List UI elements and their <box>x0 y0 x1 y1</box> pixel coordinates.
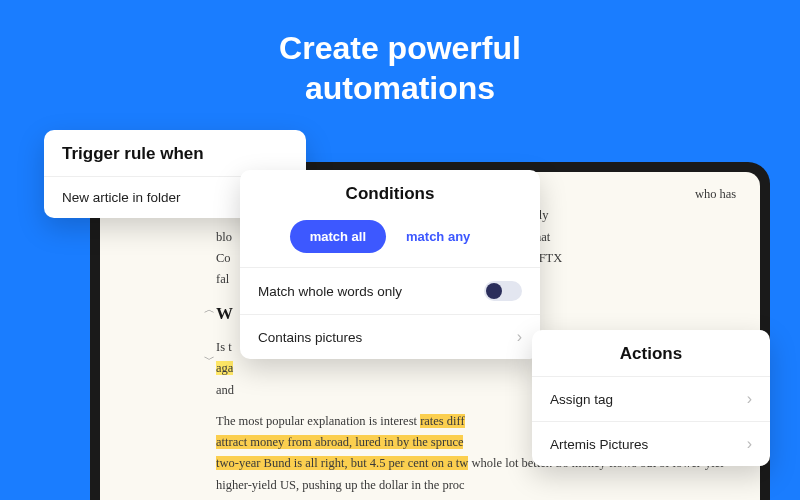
article-text: and <box>216 383 234 397</box>
next-article-icon[interactable]: ﹀ <box>204 352 215 367</box>
action-label: Artemis Pictures <box>550 437 648 452</box>
condition-label: Match whole words only <box>258 284 402 299</box>
article-text: who has <box>695 187 736 201</box>
actions-title: Actions <box>532 330 770 376</box>
match-mode-segmented: match all match any <box>240 216 540 267</box>
article-text: blo <box>216 230 232 244</box>
article-text: The most popular explanation is interest <box>216 414 420 428</box>
conditions-card: Conditions match all match any Match who… <box>240 170 540 359</box>
trigger-row-label: New article in folder <box>62 190 181 205</box>
chevron-right-icon: › <box>747 390 752 408</box>
action-row-artemis-pictures[interactable]: Artemis Pictures › <box>532 421 770 466</box>
actions-card: Actions Assign tag › Artemis Pictures › <box>532 330 770 466</box>
whole-words-toggle[interactable] <box>484 281 522 301</box>
match-any-button[interactable]: match any <box>386 220 490 253</box>
article-text: higher-yield US, pushing up the dollar i… <box>216 478 465 492</box>
action-label: Assign tag <box>550 392 613 407</box>
match-all-button[interactable]: match all <box>290 220 386 253</box>
condition-row-contains-pictures[interactable]: Contains pictures › <box>240 314 540 359</box>
action-row-assign-tag[interactable]: Assign tag › <box>532 376 770 421</box>
article-text: fal <box>216 272 229 286</box>
highlight: aga <box>216 361 233 375</box>
highlight: two-year Bund is all right, but 4.5 per … <box>216 456 468 470</box>
prev-article-icon[interactable]: ︿ <box>204 302 215 317</box>
highlight: rates diff <box>420 414 465 428</box>
hero-line2: automations <box>305 70 495 106</box>
condition-label: Contains pictures <box>258 330 362 345</box>
highlight: attract money from abroad, lured in by t… <box>216 435 463 449</box>
conditions-title: Conditions <box>240 170 540 216</box>
article-text: Is t <box>216 340 232 354</box>
hero-title: Create powerful automations <box>0 0 800 108</box>
hero-line1: Create powerful <box>279 30 521 66</box>
toggle-knob-icon <box>486 283 502 299</box>
article-text: Co <box>216 251 231 265</box>
chevron-right-icon: › <box>747 435 752 453</box>
chevron-right-icon: › <box>517 328 522 346</box>
condition-row-whole-words[interactable]: Match whole words only <box>240 267 540 314</box>
